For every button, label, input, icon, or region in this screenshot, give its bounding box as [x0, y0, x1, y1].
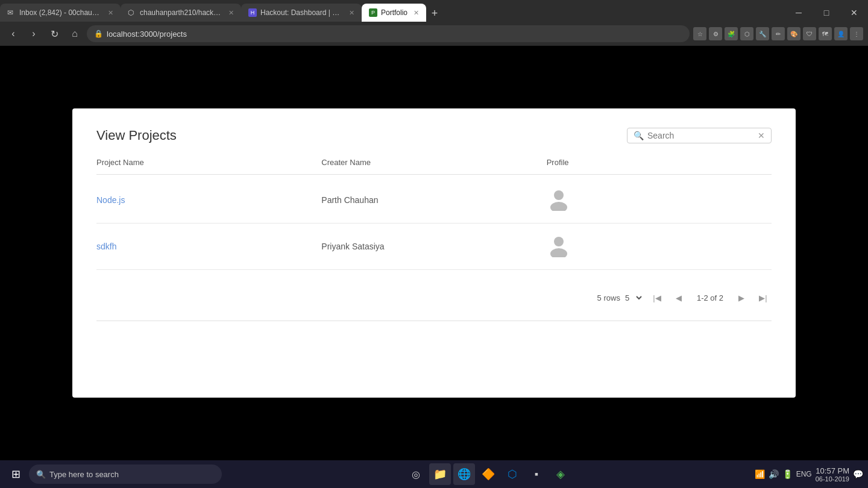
taskbar-app1[interactable]: 🔶: [477, 463, 499, 485]
extensions-area: ☆ ⚙ 🧩 ⬡ 🔧 ✏ 🎨 🛡 🗺 👤 ⋮: [693, 27, 863, 40]
tab-close-devfolio[interactable]: ✕: [349, 9, 354, 17]
battery-icon: 🔋: [782, 469, 793, 479]
ext-10[interactable]: 👤: [834, 27, 848, 40]
taskbar-apps: ◎ 📁 🌐 🔶 ⬡ ▪ ◈: [224, 463, 752, 485]
taskbar: ⊞ 🔍 Type here to search ◎ 📁 🌐 🔶 ⬡ ▪ ◈ 📶 …: [0, 460, 868, 488]
tab-gmail[interactable]: ✉ Inbox (2,842) - 00chauhanparth... ✕: [0, 4, 121, 22]
tab-close-gmail[interactable]: ✕: [108, 9, 113, 17]
project-name-1[interactable]: Node.js: [96, 195, 321, 205]
ext-5[interactable]: 🔧: [756, 27, 769, 40]
table-header: Project Name Creater Name Profile: [96, 158, 772, 175]
github-favicon: ⬡: [128, 8, 136, 17]
lang-indicator[interactable]: ENG: [796, 470, 812, 478]
search-input[interactable]: [647, 131, 754, 140]
creator-name-2: Priyank Satasiya: [321, 242, 546, 251]
clock-time: 10:57 PM: [816, 466, 849, 475]
search-box[interactable]: 🔍 ✕: [627, 128, 772, 143]
tab-portfolio[interactable]: P Portfolio ✕: [362, 4, 426, 22]
clock-date: 06-10-2019: [816, 475, 849, 483]
taskbar-system-tray: 📶 🔊 🔋 ENG 10:57 PM 06-10-2019 💬: [755, 466, 863, 483]
browser-chrome: ✉ Inbox (2,842) - 00chauhanparth... ✕ ⬡ …: [0, 0, 868, 46]
notifications-icon[interactable]: 💬: [853, 469, 863, 479]
taskbar-app2[interactable]: ◈: [550, 463, 571, 485]
card-header: View Projects 🔍 ✕: [96, 128, 772, 143]
new-tab-button[interactable]: +: [426, 5, 443, 22]
next-page-button[interactable]: ▶: [733, 289, 750, 306]
svg-point-1: [550, 202, 567, 211]
col-profile: Profile: [547, 158, 772, 167]
ext-7[interactable]: 🎨: [787, 27, 800, 40]
taskbar-chrome[interactable]: 🌐: [453, 463, 475, 485]
taskbar-search-box[interactable]: 🔍 Type here to search: [29, 465, 222, 484]
search-icon: 🔍: [634, 131, 644, 140]
rows-select[interactable]: 5 10 25: [623, 293, 644, 303]
taskbar-search-text: Type here to search: [49, 470, 119, 479]
system-clock[interactable]: 10:57 PM 06-10-2019: [816, 466, 849, 483]
creator-name-1: Parth Chauhan: [321, 195, 546, 205]
ext-9[interactable]: 🗺: [819, 27, 832, 40]
ext-8[interactable]: 🛡: [803, 27, 816, 40]
taskbar-cortana[interactable]: ◎: [405, 463, 427, 485]
url-box[interactable]: 🔒 localhost:3000/projects: [87, 25, 690, 42]
tab-title-gmail: Inbox (2,842) - 00chauhanparth...: [19, 8, 102, 17]
table-footer: 5 rows 5 10 25 |◀ ◀ 1-2 of 2 ▶ ▶|: [96, 289, 772, 311]
devfolio-favicon: H: [248, 8, 257, 17]
taskbar-search-icon: 🔍: [36, 470, 46, 479]
prev-page-button[interactable]: ◀: [670, 289, 687, 306]
ext-3[interactable]: 🧩: [725, 27, 738, 40]
tab-github[interactable]: ⬡ chauhanparth210/hackout-back... ✕: [121, 4, 241, 22]
col-creator-name: Creater Name: [321, 158, 546, 167]
home-button[interactable]: ⌂: [66, 25, 83, 42]
projects-table: Project Name Creater Name Profile Node.j…: [96, 158, 772, 270]
pagination-info: 1-2 of 2: [697, 293, 723, 302]
gmail-favicon: ✉: [7, 8, 16, 17]
ext-6[interactable]: ✏: [772, 27, 785, 40]
page-background: View Projects 🔍 ✕ Project Name Creater N…: [0, 46, 868, 460]
refresh-button[interactable]: ↻: [46, 25, 63, 42]
main-card: View Projects 🔍 ✕ Project Name Creater N…: [72, 108, 796, 398]
minimize-button[interactable]: ─: [785, 4, 813, 22]
tab-close-portfolio[interactable]: ✕: [414, 9, 419, 17]
svg-point-0: [554, 190, 564, 200]
page-title: View Projects: [96, 128, 177, 143]
card-footer-divider: [96, 321, 772, 321]
table-row: Node.js Parth Chauhan: [96, 177, 772, 224]
url-text: localhost:3000/projects: [107, 30, 187, 39]
menu-icon[interactable]: ⋮: [850, 27, 863, 40]
taskbar-vscode[interactable]: ⬡: [502, 463, 523, 485]
taskbar-terminal[interactable]: ▪: [526, 463, 547, 485]
maximize-button[interactable]: □: [813, 4, 840, 22]
network-icon: 📶: [755, 469, 765, 479]
tab-close-github[interactable]: ✕: [228, 9, 234, 17]
tab-title-github: chauhanparth210/hackout-back...: [140, 8, 222, 17]
portfolio-favicon: P: [369, 8, 377, 17]
ext-2[interactable]: ⚙: [709, 27, 722, 40]
close-button[interactable]: ✕: [840, 4, 868, 22]
last-page-button[interactable]: ▶|: [755, 289, 772, 306]
tab-title-devfolio: Hackout: Dashboard | Devfolio: [260, 8, 343, 17]
tab-bar: ✉ Inbox (2,842) - 00chauhanparth... ✕ ⬡ …: [0, 0, 868, 22]
rows-label: 5 rows: [597, 293, 620, 302]
svg-point-3: [550, 248, 567, 257]
tab-devfolio[interactable]: H Hackout: Dashboard | Devfolio ✕: [241, 4, 362, 22]
ext-4[interactable]: ⬡: [740, 27, 753, 40]
start-button[interactable]: ⊞: [5, 463, 27, 485]
rows-per-page: 5 rows 5 10 25: [597, 293, 644, 303]
table-row: sdkfh Priyank Satasiya: [96, 224, 772, 270]
lock-icon: 🔒: [94, 30, 103, 38]
address-bar: ‹ › ↻ ⌂ 🔒 localhost:3000/projects ☆ ⚙ 🧩 …: [0, 22, 868, 46]
tab-title-portfolio: Portfolio: [381, 8, 407, 17]
taskbar-explorer[interactable]: 📁: [429, 463, 451, 485]
first-page-button[interactable]: |◀: [649, 289, 665, 306]
forward-button[interactable]: ›: [25, 25, 42, 42]
volume-icon: 🔊: [769, 469, 779, 479]
clear-search-icon[interactable]: ✕: [758, 131, 765, 140]
svg-point-2: [554, 237, 564, 246]
col-project-name: Project Name: [96, 158, 321, 167]
ext-1[interactable]: ☆: [693, 27, 706, 40]
back-button[interactable]: ‹: [5, 25, 22, 42]
profile-avatar-2[interactable]: [547, 233, 772, 260]
project-name-2[interactable]: sdkfh: [96, 242, 321, 251]
profile-avatar-1[interactable]: [547, 187, 772, 213]
